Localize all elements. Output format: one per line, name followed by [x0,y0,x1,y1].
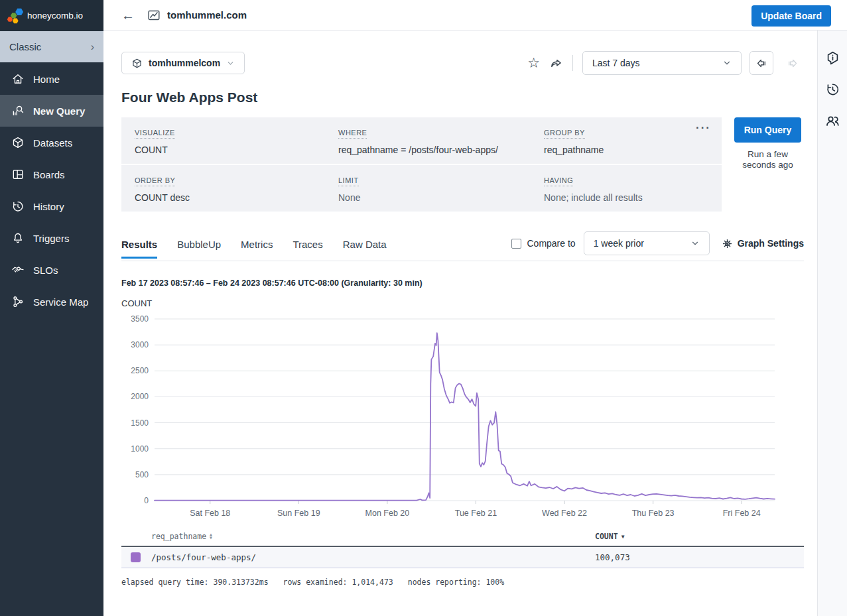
svg-text:3000: 3000 [131,340,149,349]
tab-raw-data[interactable]: Raw Data [343,233,387,259]
service-map-icon [11,295,25,308]
svg-text:2500: 2500 [131,366,149,375]
clause-label[interactable]: HAVING [544,176,573,186]
req-pathname-value: /posts/four-web-apps/ [151,552,256,562]
clause-label[interactable]: VISUALIZE [135,129,175,139]
graph-settings-button[interactable]: Graph Settings [722,238,804,249]
clause-order-by[interactable]: ORDER BY COUNT desc [121,174,325,203]
clause-limit[interactable]: LIMIT None [325,174,531,203]
clause-value[interactable]: None [338,192,517,203]
environment-selector[interactable]: Classic › [0,31,103,62]
sidebar-item-history[interactable]: History [0,190,103,222]
sidebar-item-label: Triggers [33,233,69,244]
query-back-button[interactable] [749,51,773,75]
results-chart-container[interactable]: 0500100015002000250030003500Sat Feb 18Su… [121,311,817,522]
compare-to-label: Compare to [527,238,575,249]
tab-metrics[interactable]: Metrics [241,233,273,259]
sort-both-icon[interactable]: ▲▼ [210,533,212,540]
svg-text:Wed Feb 22: Wed Feb 22 [542,509,587,518]
update-board-button[interactable]: Update Board [751,5,831,27]
sidebar-item-new-query[interactable]: New Query [0,95,103,127]
clause-row-2: ORDER BY COUNT desc LIMIT None HAVING No… [121,165,722,212]
clause-visualize[interactable]: VISUALIZE COUNT [121,126,325,155]
clause-having[interactable]: HAVING None; include all results [531,174,722,203]
elapsed-query-time: elapsed query time: 390.313732ms [121,578,269,587]
line-chart-icon [147,8,161,23]
sidebar-item-home[interactable]: Home [0,63,103,95]
column-header-req-pathname[interactable]: req_pathname ▲▼ [121,532,595,541]
back-arrow-icon[interactable]: ← [121,9,135,22]
svg-text:2000: 2000 [131,392,149,401]
sidebar: honeycomb.io Classic › Home New Query Da… [0,0,103,616]
sidebar-nav: Home New Query Datasets Boards History T… [0,62,103,318]
honeycomb-hexagons-icon [7,7,25,25]
right-rail [817,31,847,616]
sidebar-item-label: Service Map [33,296,88,308]
handshake-icon [11,263,25,277]
query-menu-icon[interactable]: ··· [696,121,711,135]
svg-text:1000: 1000 [131,444,149,454]
series-color-swatch [131,552,141,562]
sidebar-item-slos[interactable]: SLOs [0,254,103,286]
honeycomb-logo[interactable]: honeycomb.io [0,0,103,31]
time-range-selector[interactable]: Last 7 days [582,51,742,75]
svg-text:0: 0 [144,496,149,505]
svg-text:Sat Feb 18: Sat Feb 18 [190,509,230,518]
clause-value[interactable]: None; include all results [544,192,708,203]
sidebar-item-label: Boards [33,169,65,180]
clause-value[interactable]: COUNT desc [135,192,312,203]
share-icon[interactable] [549,56,563,70]
compare-period-selector[interactable]: 1 week prior [584,231,710,255]
dataset-name: tomhummelcom [149,58,220,68]
svg-text:1500: 1500 [131,418,149,428]
clause-group-by[interactable]: GROUP BY req_pathname [531,126,722,155]
time-range-value: Last 7 days [592,58,640,68]
table-row[interactable]: /posts/four-web-apps/ 100,073 [121,547,804,568]
svg-text:Sun Feb 19: Sun Feb 19 [277,509,320,518]
query-history-icon[interactable] [825,82,840,97]
run-query-button[interactable]: Run Query [734,117,801,143]
svg-text:Fri Feb 24: Fri Feb 24 [723,509,761,518]
chevron-down-icon [722,58,732,68]
nodes-reporting: nodes reporting: 100% [408,578,504,587]
dataset-cube-icon [131,58,143,69]
svg-text:Thu Feb 23: Thu Feb 23 [632,509,675,518]
clause-where[interactable]: WHERE req_pathname = /posts/four-web-app… [325,126,531,155]
clause-value[interactable]: COUNT [135,145,312,155]
logo-text: honeycomb.io [27,11,83,21]
clause-value[interactable]: req_pathname [544,145,708,155]
query-builder: ··· VISUALIZE COUNT WHERE req_pathname =… [121,117,817,213]
column-header-count[interactable]: COUNT ▼ [595,532,804,541]
clause-label[interactable]: WHERE [338,129,367,139]
dataset-selector[interactable]: tomhummelcom [121,52,245,74]
top-header: ← tomhummel.com Update Board [103,0,847,31]
tab-bubbleup[interactable]: BubbleUp [177,233,221,259]
tab-traces[interactable]: Traces [293,233,322,259]
sidebar-item-boards[interactable]: Boards [0,158,103,190]
home-icon [11,72,25,86]
favorite-star-icon[interactable]: ☆ [527,55,540,71]
info-icon[interactable] [825,50,840,66]
sort-desc-icon: ▼ [621,534,625,540]
sidebar-item-triggers[interactable]: Triggers [0,222,103,254]
datasets-icon [11,136,25,149]
clause-row-1: VISUALIZE COUNT WHERE req_pathname = /po… [121,117,722,164]
compare-to-checkbox[interactable] [511,239,521,249]
team-icon[interactable] [824,113,840,129]
results-tabs-row: Results BubbleUp Metrics Traces Raw Data… [121,231,804,261]
clause-label[interactable]: GROUP BY [544,129,585,139]
bell-icon [11,231,25,245]
gear-icon [722,238,733,249]
clause-label[interactable]: LIMIT [338,176,359,186]
arrow-right-outline-icon [786,57,799,70]
column-header-label: req_pathname [151,532,206,541]
clause-label[interactable]: ORDER BY [135,176,175,186]
compare-controls: Compare to 1 week prior Graph Settings [511,231,804,261]
sidebar-item-datasets[interactable]: Datasets [0,127,103,158]
tab-results[interactable]: Results [121,233,157,259]
svg-text:Tue Feb 21: Tue Feb 21 [455,509,497,518]
compare-period-value: 1 week prior [594,238,644,249]
clause-value[interactable]: req_pathname = /posts/four-web-apps/ [338,145,517,155]
sidebar-item-service-map[interactable]: Service Map [0,286,103,318]
results-chart[interactable]: 0500100015002000250030003500Sat Feb 18Su… [121,311,805,522]
